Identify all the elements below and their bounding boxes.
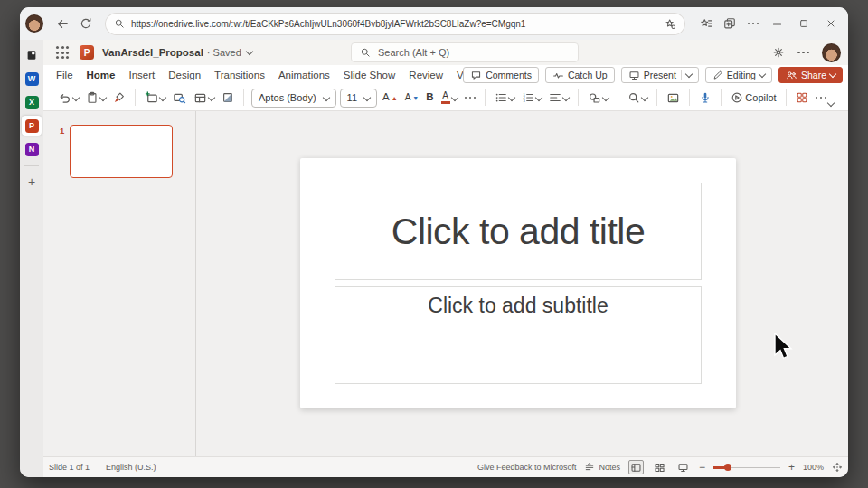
chevron-down-icon bbox=[159, 94, 166, 101]
collections-button[interactable] bbox=[718, 12, 741, 35]
more-font-options-button[interactable] bbox=[463, 95, 478, 101]
browser-profile-avatar[interactable] bbox=[25, 14, 43, 33]
paste-button[interactable] bbox=[84, 89, 108, 106]
slide-count[interactable]: Slide 1 of 1 bbox=[49, 463, 90, 472]
font-color-button[interactable]: A bbox=[439, 89, 459, 106]
designer-grid-icon bbox=[796, 91, 808, 104]
shrink-font-button[interactable]: A▼ bbox=[403, 91, 421, 104]
editing-mode-button[interactable]: Editing bbox=[705, 67, 772, 83]
chevron-down-icon[interactable] bbox=[246, 48, 253, 55]
language-status[interactable]: English (U.S.) bbox=[106, 463, 156, 472]
rail-divider bbox=[24, 165, 39, 166]
add-favorite-icon[interactable] bbox=[665, 18, 676, 30]
refresh-button[interactable] bbox=[74, 12, 98, 35]
shapes-icon bbox=[588, 91, 601, 105]
zoom-slider[interactable] bbox=[713, 461, 780, 474]
close-button[interactable] bbox=[819, 12, 843, 35]
search-icon bbox=[360, 47, 371, 58]
word-app-button[interactable]: W bbox=[22, 69, 42, 89]
slideshow-view-button[interactable] bbox=[675, 460, 691, 474]
dictate-button[interactable] bbox=[697, 89, 713, 106]
add-app-button[interactable]: + bbox=[22, 172, 42, 192]
back-button[interactable] bbox=[51, 12, 74, 35]
designer-button[interactable] bbox=[220, 89, 236, 106]
app-launcher-button[interactable] bbox=[56, 46, 69, 59]
shapes-button[interactable] bbox=[586, 89, 610, 107]
chevron-down-icon bbox=[508, 94, 515, 101]
tab-review[interactable]: Review bbox=[409, 70, 443, 80]
microphone-icon bbox=[699, 91, 712, 104]
new-slide-button[interactable] bbox=[143, 89, 167, 107]
layout-button[interactable] bbox=[192, 89, 216, 107]
tab-transitions[interactable]: Transitions bbox=[214, 70, 265, 80]
slide-thumbnail[interactable] bbox=[70, 125, 173, 178]
browser-settings-button[interactable] bbox=[741, 12, 765, 35]
reuse-slides-button[interactable] bbox=[171, 89, 188, 107]
header-more-button[interactable] bbox=[797, 52, 809, 54]
find-button[interactable] bbox=[626, 89, 649, 106]
zoom-out-button[interactable]: − bbox=[699, 462, 705, 473]
powerpoint-app-button[interactable]: P bbox=[22, 116, 42, 136]
slide-sorter-view-button[interactable] bbox=[652, 460, 667, 474]
share-button[interactable]: Share bbox=[778, 67, 843, 83]
zoom-in-button[interactable]: + bbox=[788, 462, 795, 473]
account-avatar[interactable] bbox=[822, 43, 841, 62]
chevron-down-icon bbox=[562, 94, 570, 101]
normal-view-button[interactable] bbox=[628, 460, 644, 474]
bullets-button[interactable] bbox=[493, 89, 516, 106]
ribbon-more-button[interactable] bbox=[814, 95, 829, 101]
numbering-button[interactable]: 123 bbox=[520, 89, 543, 106]
title-placeholder[interactable]: Click to add title bbox=[335, 183, 702, 280]
search-box[interactable]: Search (Alt + Q) bbox=[351, 42, 579, 62]
font-name-select[interactable]: Aptos (Body) bbox=[251, 89, 336, 108]
powerpoint-logo[interactable]: P bbox=[80, 45, 94, 60]
onenote-app-button[interactable]: N bbox=[22, 139, 42, 159]
favorites-button[interactable] bbox=[694, 12, 718, 35]
present-button[interactable]: Present bbox=[621, 67, 699, 83]
pictures-button[interactable] bbox=[665, 89, 682, 107]
close-icon bbox=[826, 18, 836, 29]
tab-insert[interactable]: Insert bbox=[128, 70, 155, 80]
font-size-select[interactable]: 11 bbox=[340, 89, 377, 108]
fit-to-window-button[interactable] bbox=[832, 462, 843, 473]
zoom-level[interactable]: 100% bbox=[803, 463, 824, 472]
designer-pane-button[interactable] bbox=[794, 89, 810, 106]
feedback-link[interactable]: Give Feedback to Microsoft bbox=[477, 463, 577, 472]
excel-app-button[interactable]: X bbox=[22, 92, 42, 112]
minimize-button[interactable] bbox=[765, 12, 788, 35]
favorites-icon bbox=[700, 17, 712, 30]
tab-animations[interactable]: Animations bbox=[278, 70, 330, 80]
address-bar[interactable]: https://onedrive.live.com/:w:/t/EaCKkPs6… bbox=[105, 13, 685, 35]
chevron-down-icon bbox=[322, 94, 329, 101]
tab-file[interactable]: File bbox=[56, 70, 73, 80]
notes-icon bbox=[584, 462, 595, 473]
tab-slide-show[interactable]: Slide Show bbox=[344, 70, 396, 80]
collapse-ribbon-button[interactable] bbox=[828, 93, 834, 109]
zoom-slider-handle[interactable] bbox=[724, 464, 731, 471]
bullets-icon bbox=[495, 91, 507, 104]
catch-up-button[interactable]: Catch Up bbox=[545, 67, 615, 83]
settings-gear-icon[interactable] bbox=[772, 46, 785, 59]
align-button[interactable] bbox=[547, 89, 571, 106]
comments-button[interactable]: Comments bbox=[463, 67, 539, 83]
sidebar-toggle-button[interactable] bbox=[22, 45, 42, 65]
mouse-cursor bbox=[773, 333, 793, 361]
tab-home[interactable]: Home bbox=[87, 70, 116, 80]
undo-button[interactable] bbox=[56, 89, 80, 107]
subtitle-placeholder[interactable]: Click to add subtitle bbox=[335, 286, 702, 384]
notes-toggle[interactable]: Notes bbox=[584, 462, 620, 473]
copilot-button[interactable]: Copilot bbox=[729, 89, 778, 106]
chevron-down-icon bbox=[72, 94, 80, 101]
maximize-button[interactable] bbox=[792, 12, 816, 35]
document-title[interactable]: VanArsdel_Proposal bbox=[102, 47, 203, 58]
powerpoint-icon: P bbox=[25, 119, 39, 133]
saved-status[interactable]: · Saved bbox=[207, 47, 241, 58]
tab-design[interactable]: Design bbox=[168, 70, 201, 80]
slide-canvas[interactable]: Click to add title Click to add subtitle bbox=[300, 158, 736, 408]
grow-font-button[interactable]: A▲ bbox=[381, 90, 400, 105]
format-painter-button[interactable] bbox=[111, 89, 127, 106]
normal-view-icon bbox=[630, 462, 642, 474]
bold-button[interactable]: B bbox=[424, 90, 435, 105]
slide-number: 1 bbox=[60, 126, 64, 136]
search-placeholder: Search (Alt + Q) bbox=[378, 47, 449, 58]
